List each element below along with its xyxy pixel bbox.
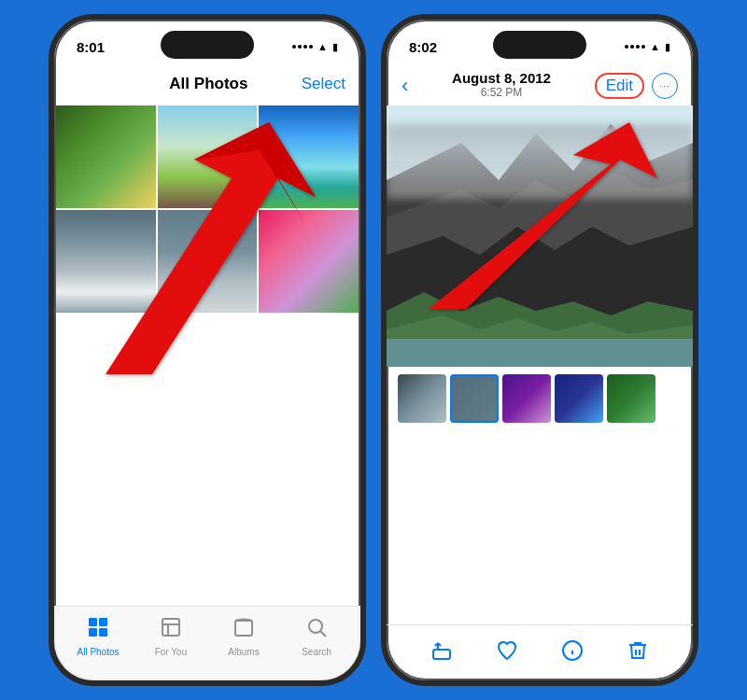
left-phone: 8:01 ▲ ▮ All Photos Select — [49, 14, 366, 686]
svg-rect-2 — [89, 618, 97, 626]
trash-button[interactable] — [627, 639, 649, 667]
dynamic-island-left — [161, 31, 254, 59]
grid-cell-1[interactable] — [56, 105, 156, 208]
photo-time: 6:52 PM — [481, 86, 523, 99]
right-phone: 8:02 ▲ ▮ ‹ August 8, 2012 6:52 PM Edit ·… — [381, 14, 698, 686]
albums-icon — [233, 616, 255, 644]
photo-flowers — [259, 210, 359, 313]
status-time-right: 8:02 — [409, 39, 437, 55]
select-button[interactable]: Select — [302, 75, 345, 93]
thumbnail-strip — [387, 367, 693, 430]
photo-hills — [158, 105, 258, 208]
svg-line-11 — [321, 631, 327, 637]
svg-point-10 — [309, 620, 322, 633]
thumbnail-4[interactable] — [555, 374, 603, 423]
tab-search[interactable]: Search — [289, 616, 345, 657]
thumbnail-5[interactable] — [607, 374, 655, 423]
dynamic-island-right — [493, 31, 586, 59]
photo-waterfall — [56, 210, 156, 313]
tab-all-photos[interactable]: All Photos — [70, 616, 126, 657]
svg-rect-4 — [89, 628, 97, 637]
tab-albums[interactable]: Albums — [216, 616, 272, 657]
status-time-left: 8:01 — [77, 39, 105, 55]
svg-rect-5 — [99, 628, 107, 637]
for-you-icon — [160, 616, 182, 644]
svg-rect-9 — [235, 621, 252, 636]
battery-icon-right: ▮ — [665, 41, 670, 53]
detail-actions — [387, 624, 693, 680]
photo-coast — [259, 105, 359, 208]
status-icons-right: ▲ ▮ — [625, 41, 670, 53]
all-photos-label: All Photos — [77, 647, 119, 657]
for-you-label: For You — [155, 647, 187, 657]
grid-cell-4[interactable] — [56, 210, 156, 313]
tab-bar-left: All Photos For You Albums — [54, 606, 360, 680]
battery-icon: ▮ — [332, 41, 338, 53]
edit-button[interactable]: Edit — [595, 73, 644, 99]
photo-grid — [54, 105, 360, 313]
svg-rect-3 — [99, 618, 107, 626]
tab-for-you[interactable]: For You — [143, 616, 199, 657]
info-button[interactable] — [561, 639, 584, 667]
svg-rect-6 — [162, 619, 179, 636]
nav-title-left: All Photos — [169, 75, 247, 93]
photo-detail-header: August 8, 2012 6:52 PM — [452, 68, 551, 105]
thumbnail-2[interactable] — [450, 374, 499, 423]
heart-button[interactable] — [496, 639, 518, 667]
svg-rect-22 — [433, 650, 450, 659]
photo-leaves — [56, 105, 156, 208]
svg-rect-20 — [387, 339, 693, 367]
nav-bar-left: All Photos Select — [54, 68, 360, 105]
detail-photo[interactable] — [387, 105, 693, 367]
wifi-icon-right: ▲ — [650, 41, 660, 52]
more-icon: ··· — [659, 81, 669, 91]
back-button[interactable]: ‹ — [402, 74, 408, 98]
grid-cell-3[interactable] — [259, 105, 359, 208]
all-photos-icon — [87, 616, 109, 644]
wifi-icon: ▲ — [317, 41, 328, 52]
svg-rect-12 — [387, 105, 693, 199]
grid-cell-6[interactable] — [259, 210, 359, 313]
thumbnail-3[interactable] — [502, 374, 551, 423]
share-button[interactable] — [430, 639, 453, 667]
grid-cell-5[interactable] — [158, 210, 258, 313]
status-icons-left: ▲ ▮ — [292, 41, 338, 53]
search-icon — [305, 616, 328, 644]
photo-date: August 8, 2012 — [452, 70, 551, 86]
more-button[interactable]: ··· — [652, 73, 678, 99]
detail-photo-svg — [387, 105, 693, 367]
albums-label: Albums — [228, 647, 259, 657]
photo-landscape — [158, 210, 258, 313]
detail-nav: ‹ August 8, 2012 6:52 PM Edit ··· — [387, 68, 693, 105]
thumbnail-1[interactable] — [398, 374, 446, 423]
search-label: Search — [302, 647, 331, 657]
signal-icon — [292, 45, 313, 49]
signal-icon-right — [625, 45, 645, 49]
grid-cell-2[interactable] — [158, 105, 258, 208]
